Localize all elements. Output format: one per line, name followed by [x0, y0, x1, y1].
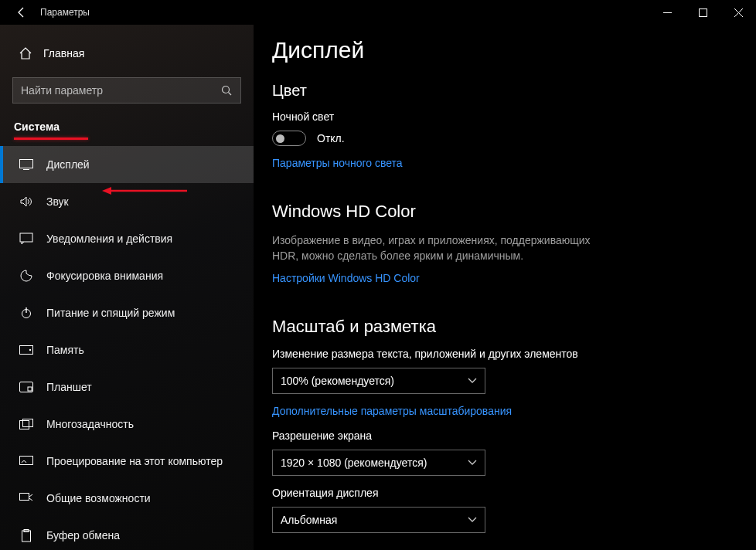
search-input[interactable]: [21, 84, 221, 97]
sound-icon: [19, 195, 34, 208]
sidebar-item-label: Дисплей: [46, 158, 90, 171]
window-title: Параметры: [40, 7, 90, 18]
close-icon: [734, 8, 743, 17]
svg-rect-1: [699, 8, 707, 16]
arrow-left-icon: [15, 6, 28, 19]
sidebar-item-sound[interactable]: Звук: [0, 183, 254, 220]
content-area: Дисплей Цвет Ночной свет Откл. Параметры…: [254, 25, 756, 550]
power-icon: [19, 307, 34, 319]
svg-rect-13: [20, 421, 29, 429]
svg-rect-4: [20, 160, 33, 168]
section-hd-color: Windows HD Color: [272, 202, 725, 222]
search-icon: [221, 85, 233, 97]
close-button[interactable]: [720, 0, 756, 25]
night-light-state: Откл.: [317, 132, 345, 144]
sidebar-item-focus[interactable]: Фокусировка внимания: [0, 257, 254, 294]
clipboard-icon: [19, 529, 34, 542]
minimize-icon: [663, 8, 672, 17]
chevron-down-icon: [468, 378, 477, 384]
sidebar-item-notifications[interactable]: Уведомления и действия: [0, 220, 254, 257]
sidebar-category: Система: [0, 116, 254, 139]
storage-icon: [19, 345, 34, 355]
orientation-select[interactable]: Альбомная: [272, 507, 485, 533]
sidebar-item-label: Многозадачность: [46, 418, 134, 430]
chevron-down-icon: [468, 517, 477, 523]
svg-point-10: [29, 349, 31, 351]
sidebar-item-display[interactable]: Дисплей: [0, 146, 254, 183]
orientation-label: Ориентация дисплея: [272, 487, 725, 499]
resolution-label: Разрешение экрана: [272, 429, 725, 442]
display-icon: [19, 159, 34, 170]
sidebar-item-shared[interactable]: Общие возможности: [0, 480, 254, 517]
resolution-value: 1920 × 1080 (рекомендуется): [281, 457, 427, 469]
sidebar-item-label: Звук: [46, 195, 69, 208]
sidebar-item-label: Память: [46, 344, 84, 356]
svg-point-2: [223, 86, 230, 93]
sidebar-item-label: Проецирование на этот компьютер: [46, 455, 223, 467]
sidebar-item-label: Планшет: [46, 381, 92, 393]
toggle-knob: [276, 134, 284, 143]
sidebar-nav: Дисплей Звук Уведомления и действия Фоку…: [0, 146, 254, 550]
multitask-icon: [19, 419, 34, 429]
sidebar-item-multitask[interactable]: Многозадачность: [0, 406, 254, 443]
shared-icon: [19, 493, 34, 504]
sidebar-item-power[interactable]: Питание и спящий режим: [0, 294, 254, 331]
night-light-label: Ночной свет: [272, 110, 725, 123]
chevron-down-icon: [468, 460, 477, 466]
scale-label: Изменение размера текста, приложений и д…: [272, 348, 725, 360]
annotation-underline: [14, 138, 88, 140]
night-light-toggle[interactable]: [272, 131, 306, 146]
sidebar-item-label: Общие возможности: [46, 492, 151, 504]
section-color: Цвет: [272, 82, 725, 100]
orientation-value: Альбомная: [281, 514, 337, 526]
page-title: Дисплей: [272, 37, 725, 63]
scale-select[interactable]: 100% (рекомендуется): [272, 368, 485, 394]
sidebar-item-clipboard[interactable]: Буфер обмена: [0, 517, 254, 550]
advanced-scale-link[interactable]: Дополнительные параметры масштабирования: [272, 405, 512, 417]
maximize-button[interactable]: [685, 0, 720, 25]
scale-value: 100% (рекомендуется): [281, 375, 394, 387]
svg-rect-15: [20, 457, 33, 465]
sidebar-home[interactable]: Главная: [0, 39, 254, 68]
sidebar-item-label: Уведомления и действия: [46, 233, 172, 245]
resolution-select[interactable]: 1920 × 1080 (рекомендуется): [272, 450, 485, 476]
sidebar-item-tablet[interactable]: Планшет: [0, 368, 254, 406]
sidebar-item-projecting[interactable]: Проецирование на этот компьютер: [0, 443, 254, 480]
section-scale: Масштаб и разметка: [272, 317, 725, 337]
hd-color-desc: Изображение в видео, играх и приложениях…: [272, 233, 604, 264]
search-box[interactable]: [12, 77, 241, 104]
titlebar: Параметры: [0, 0, 756, 25]
sidebar-item-label: Фокусировка внимания: [46, 270, 163, 282]
focus-icon: [19, 269, 34, 283]
svg-rect-12: [28, 387, 32, 391]
sidebar-item-label: Питание и спящий режим: [46, 307, 175, 319]
svg-rect-6: [20, 233, 32, 242]
minimize-button[interactable]: [649, 0, 685, 25]
home-icon: [19, 46, 32, 60]
svg-line-3: [229, 92, 232, 95]
tablet-icon: [19, 382, 34, 392]
svg-rect-17: [22, 531, 31, 542]
window-controls: [649, 0, 756, 25]
maximize-icon: [699, 8, 707, 17]
sidebar-item-storage[interactable]: Память: [0, 331, 254, 368]
hd-color-link[interactable]: Настройки Windows HD Color: [272, 272, 420, 284]
sidebar-home-label: Главная: [43, 47, 84, 59]
notifications-icon: [19, 233, 34, 245]
sidebar-item-label: Буфер обмена: [46, 529, 120, 542]
svg-rect-16: [20, 494, 29, 501]
night-light-settings-link[interactable]: Параметры ночного света: [272, 157, 403, 169]
projecting-icon: [19, 456, 34, 467]
back-button[interactable]: [6, 0, 37, 25]
sidebar: Главная Система Дисплей Звук Уведомления…: [0, 25, 254, 550]
